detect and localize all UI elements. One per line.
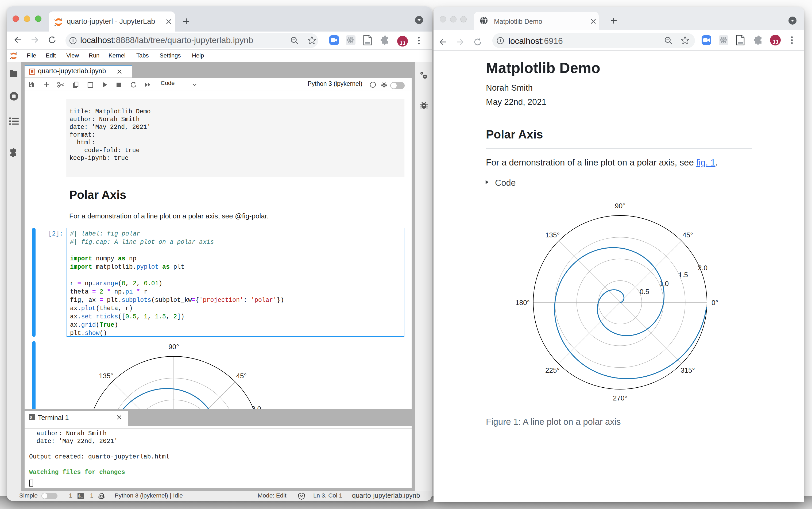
svg-text:2.0: 2.0 [251, 405, 261, 409]
svg-text:45°: 45° [236, 372, 246, 380]
svg-text:2.0: 2.0 [698, 264, 707, 272]
svg-text:270°: 270° [613, 394, 627, 402]
svg-text:315°: 315° [680, 366, 695, 374]
svg-text:90°: 90° [168, 343, 179, 351]
svg-text:180°: 180° [515, 299, 530, 307]
svg-text:1.5: 1.5 [678, 271, 688, 279]
svg-text:225°: 225° [545, 366, 560, 374]
svg-text:135°: 135° [545, 231, 560, 239]
svg-text:45°: 45° [682, 231, 693, 239]
svg-text:0°: 0° [711, 299, 718, 307]
svg-text:90°: 90° [615, 202, 625, 210]
svg-text:0.5: 0.5 [640, 287, 649, 296]
svg-text:1.0: 1.0 [659, 280, 669, 287]
svg-text:135°: 135° [99, 372, 113, 380]
